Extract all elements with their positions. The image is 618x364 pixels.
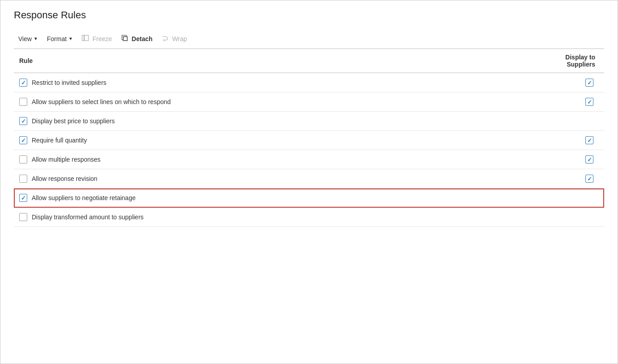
format-chevron-icon: ▼ [68, 36, 73, 41]
rule-cell: Display transformed amount to suppliers [19, 213, 472, 221]
freeze-icon [82, 34, 89, 43]
rule-cell: Require full quantity [19, 136, 472, 144]
rule-label: Allow suppliers to select lines on which… [32, 98, 171, 105]
svg-rect-0 [82, 35, 84, 41]
rule-checkbox[interactable] [19, 155, 27, 163]
format-button[interactable]: Format ▼ [42, 33, 77, 44]
table-row: Require full quantity [14, 131, 604, 150]
view-button[interactable]: View ▼ [14, 33, 42, 44]
wrap-label: Wrap [172, 35, 187, 42]
format-label: Format [47, 35, 67, 42]
rule-label: Display transformed amount to suppliers [32, 213, 144, 221]
detach-icon [121, 34, 128, 43]
rule-label: Allow multiple responses [32, 156, 100, 163]
display-checkbox[interactable] [585, 136, 593, 144]
rule-cell: Allow multiple responses [19, 155, 472, 163]
wrap-button[interactable]: Wrap [157, 33, 192, 45]
table-row: Allow suppliers to negotiate retainage [14, 188, 604, 208]
page-title: Response Rules [14, 9, 604, 21]
rule-label: Display best price to suppliers [32, 117, 115, 125]
rule-checkbox[interactable] [19, 213, 27, 221]
table-row: Allow multiple responses [14, 150, 604, 169]
wrap-icon [162, 34, 169, 43]
col-header-display: Display to Suppliers [478, 49, 604, 73]
svg-rect-1 [84, 35, 88, 41]
table-row: Display best price to suppliers [14, 112, 604, 131]
rules-table: Rule Display to Suppliers Restrict to in… [14, 49, 604, 227]
rule-cell: Restrict to invited suppliers [19, 79, 472, 87]
display-checkbox[interactable] [585, 155, 593, 163]
rule-cell: Allow response revision [19, 175, 472, 183]
table-row: Display transformed amount to suppliers [14, 208, 604, 227]
table-row: Restrict to invited suppliers [14, 73, 604, 92]
table-row: Allow suppliers to select lines on which… [14, 92, 604, 112]
view-label: View [18, 35, 32, 42]
rule-label: Allow response revision [32, 175, 97, 182]
rule-checkbox[interactable] [19, 117, 27, 125]
rule-cell: Allow suppliers to negotiate retainage [19, 194, 472, 202]
display-checkbox[interactable] [585, 175, 593, 183]
table-row: Allow response revision [14, 169, 604, 188]
rule-checkbox[interactable] [19, 175, 27, 183]
table-header-row: Rule Display to Suppliers [14, 49, 604, 73]
rule-label: Restrict to invited suppliers [32, 79, 106, 86]
svg-rect-3 [123, 37, 127, 41]
freeze-label: Freeze [92, 35, 112, 42]
freeze-button[interactable]: Freeze [77, 33, 117, 45]
page-wrapper: Response Rules View ▼ Format ▼ Freeze [0, 0, 618, 364]
rule-checkbox[interactable] [19, 194, 27, 202]
col-header-rule: Rule [14, 49, 478, 73]
rule-label: Require full quantity [32, 137, 87, 144]
rule-label: Allow suppliers to negotiate retainage [32, 194, 136, 201]
display-checkbox[interactable] [585, 98, 593, 106]
detach-label: Detach [132, 35, 153, 42]
rule-cell: Display best price to suppliers [19, 117, 472, 125]
toolbar: View ▼ Format ▼ Freeze [14, 29, 604, 49]
rule-checkbox[interactable] [19, 136, 27, 144]
rule-checkbox[interactable] [19, 98, 27, 106]
rule-checkbox[interactable] [19, 79, 27, 87]
display-checkbox[interactable] [585, 79, 593, 87]
detach-button[interactable]: Detach [117, 33, 157, 45]
rule-cell: Allow suppliers to select lines on which… [19, 98, 472, 106]
view-chevron-icon: ▼ [33, 36, 38, 41]
